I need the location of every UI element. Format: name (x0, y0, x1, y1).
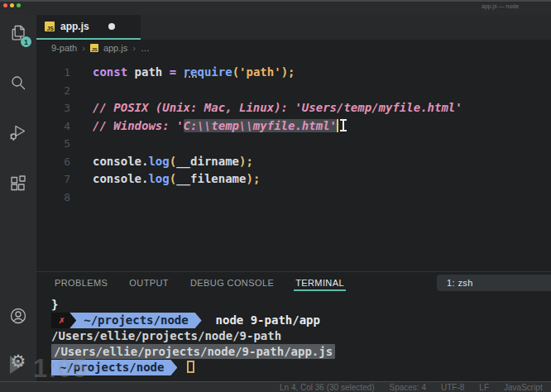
javascript-file-icon: JS (90, 44, 98, 52)
tab-app-js[interactable]: JS app.js (36, 15, 141, 40)
vscode-window: app.js — node 1 ⚙ (0, 0, 551, 392)
search-icon[interactable] (8, 73, 28, 93)
line-number: 7 (36, 170, 70, 189)
language-mode-status[interactable]: JavaScript (504, 383, 543, 392)
breadcrumb: 9-path › JS app.js › … (36, 40, 551, 56)
terminal-content[interactable]: }✗~/projects/node node 9-path/app/Users/… (36, 294, 551, 392)
require-call: require (184, 65, 232, 79)
tab-strip: JS app.js (36, 15, 551, 40)
selected-text: C:\\temp\\myfile.html' (184, 119, 337, 132)
code-line[interactable]: console.log(__filename); (93, 170, 551, 189)
string-literal: 'path' (239, 65, 281, 79)
run-debug-icon[interactable] (8, 122, 28, 142)
line-number: 5 (36, 135, 70, 153)
code-line[interactable] (93, 82, 551, 100)
editor-caret (337, 119, 338, 132)
comment: // POSIX (Unix: Mac, Linux): 'Users/temp… (93, 101, 462, 114)
breadcrumb-symbol[interactable]: … (141, 43, 150, 53)
modified-indicator-dot[interactable] (108, 23, 115, 30)
code-line[interactable]: console.log(__dirname); (93, 153, 551, 171)
video-timestamp: 1:05 (33, 354, 88, 384)
panel-tab-bar: PROBLEMS OUTPUT DEBUG CONSOLE TERMINAL 1… (36, 271, 551, 294)
terminal-shell-selector[interactable]: 1: zsh (437, 275, 551, 291)
code-token: ; (288, 65, 295, 79)
terminal-line: ~/projects/node (51, 360, 551, 375)
zoom-button[interactable] (17, 3, 21, 7)
terminal-line: /Users/ellie/projects/node/9-path/app.js (51, 344, 551, 360)
tab-terminal[interactable]: TERMINAL (295, 272, 344, 294)
minimize-button[interactable] (10, 3, 14, 7)
encoding-status[interactable]: UTF-8 (441, 383, 464, 392)
javascript-file-icon: JS (45, 22, 55, 31)
close-button[interactable] (3, 3, 7, 7)
dirname-variable: __dirname (176, 155, 239, 168)
video-play-icon[interactable] (10, 356, 24, 374)
code-token: ) (246, 172, 252, 185)
log-call: log (148, 172, 169, 185)
keyword-const: const (93, 65, 127, 79)
comment: // Windows: ' (93, 119, 184, 132)
explorer-badge: 1 (21, 36, 31, 47)
mouse-ibeam-cursor (340, 119, 347, 131)
code-line[interactable] (93, 135, 551, 153)
code-token: console. (93, 155, 148, 168)
code-line[interactable] (93, 189, 551, 207)
terminal-cursor (187, 361, 194, 373)
code-token (176, 65, 183, 79)
title-bar: app.js — node (0, 0, 551, 15)
terminal-command: node 9-path/app (202, 313, 320, 327)
code-token: ) (281, 65, 288, 79)
cursor-position-status[interactable]: Ln 4, Col 36 (30 selected) (280, 383, 375, 392)
line-number: 3 (36, 99, 70, 117)
code-token: console. (93, 172, 148, 185)
code-token: ; (246, 155, 252, 168)
code-token: ( (170, 155, 176, 168)
eol-status[interactable]: LF (479, 383, 489, 392)
status-bar-right: Ln 4, Col 36 (30 selected) Spaces: 4 UTF… (280, 383, 543, 392)
terminal-line: ✗~/projects/node node 9-path/app (51, 313, 551, 328)
code-line[interactable]: // POSIX (Unix: Mac, Linux): 'Users/temp… (93, 99, 551, 117)
chevron-separator-icon: › (82, 43, 85, 53)
accounts-icon[interactable] (8, 306, 28, 326)
activity-bar: 1 ⚙ (0, 15, 36, 381)
terminal-line: } (51, 297, 551, 313)
code-token: = (170, 65, 176, 79)
filename-output-selected: /Users/ellie/projects/node/9-path/app.js (51, 344, 335, 359)
prompt-cwd: ~/projects/node (69, 313, 201, 328)
code-token: ( (170, 172, 176, 185)
editor-code[interactable]: const path = require('path');// POSIX (U… (79, 64, 551, 271)
window-title: app.js — node (482, 3, 519, 9)
tab-label: app.js (60, 21, 89, 32)
line-number: 8 (36, 189, 70, 207)
code-token: ; (253, 172, 260, 185)
chevron-separator-icon: › (132, 43, 136, 53)
code-line[interactable]: // Windows: 'C:\\temp\\myfile.html' (93, 117, 551, 136)
log-call: log (148, 155, 169, 168)
line-number: 2 (36, 82, 70, 100)
editor-gutter: 12345678 (36, 64, 79, 271)
filename-variable: __filename (176, 172, 246, 185)
tab-problems[interactable]: PROBLEMS (55, 272, 108, 294)
code-token: path (127, 65, 170, 79)
code-token: ( (232, 65, 239, 79)
code-editor[interactable]: 12345678 const path = require('path');//… (36, 56, 551, 271)
tab-output[interactable]: OUTPUT (129, 272, 169, 294)
breadcrumb-file[interactable]: app.js (103, 43, 127, 53)
terminal-line: /Users/ellie/projects/node/9-path (51, 328, 551, 344)
line-number: 1 (36, 64, 70, 82)
breadcrumb-folder[interactable]: 9-path (51, 43, 77, 53)
explorer-icon[interactable]: 1 (8, 23, 28, 43)
editor-group: JS app.js 9-path › JS app.js › … 1234567… (36, 15, 551, 392)
terminal-text: } (51, 298, 58, 311)
tab-debug-console[interactable]: DEBUG CONSOLE (190, 272, 274, 294)
line-number: 6 (36, 153, 70, 171)
dirname-output: /Users/ellie/projects/node/9-path (51, 329, 281, 342)
code-line[interactable]: const path = require('path'); (93, 64, 551, 82)
line-number: 4 (36, 117, 70, 136)
extensions-icon[interactable] (8, 174, 28, 194)
indentation-status[interactable]: Spaces: 4 (390, 383, 426, 392)
